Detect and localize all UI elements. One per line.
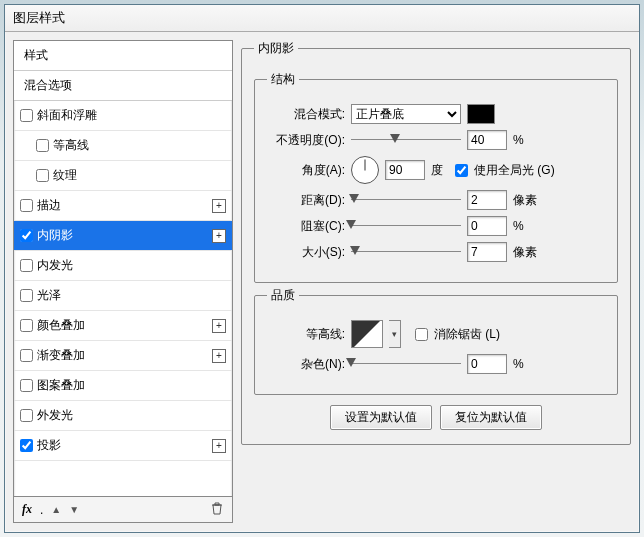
noise-label: 杂色(N): — [267, 356, 345, 373]
size-slider[interactable] — [351, 245, 461, 259]
noise-slider[interactable] — [351, 357, 461, 371]
sidebar-item-satin[interactable]: 光泽 — [14, 281, 232, 311]
angle-unit: 度 — [431, 162, 443, 179]
sidebar-item-color-overlay[interactable]: 颜色叠加 + — [14, 311, 232, 341]
sidebar-item-label: 渐变叠加 — [37, 347, 212, 364]
sidebar-item-label: 内阴影 — [37, 227, 212, 244]
checkbox-pattern-overlay[interactable] — [20, 379, 33, 392]
sidebar-item-label: 投影 — [37, 437, 212, 454]
sidebar-item-label: 等高线 — [53, 137, 226, 154]
checkbox-inner-shadow[interactable] — [20, 229, 33, 242]
global-light-label: 使用全局光 (G) — [474, 162, 555, 179]
arrow-up-icon[interactable]: ▲ — [51, 504, 61, 515]
choke-slider[interactable] — [351, 219, 461, 233]
distance-unit: 像素 — [513, 192, 545, 209]
panel-section: 内阴影 结构 混合模式: 正片叠底 不透明度(O): % — [241, 40, 631, 445]
dialog-content: 样式 混合选项 斜面和浮雕 等高线 纹理 描边 + — [5, 32, 639, 531]
checkbox-gradient-overlay[interactable] — [20, 349, 33, 362]
layer-style-dialog: 图层样式 样式 混合选项 斜面和浮雕 等高线 纹理 — [4, 4, 640, 533]
sidebar-header-styles[interactable]: 样式 — [14, 41, 232, 71]
sidebar-item-gradient-overlay[interactable]: 渐变叠加 + — [14, 341, 232, 371]
angle-label: 角度(A): — [267, 162, 345, 179]
checkbox-bevel[interactable] — [20, 109, 33, 122]
chevron-down-icon[interactable]: ▾ — [389, 320, 401, 348]
shadow-color-swatch[interactable] — [467, 104, 495, 124]
sidebar-item-inner-shadow[interactable]: 内阴影 + — [14, 221, 232, 251]
structure-group: 结构 混合模式: 正片叠底 不透明度(O): % 角度(A): — [254, 71, 618, 283]
blend-mode-label: 混合模式: — [267, 106, 345, 123]
window-title: 图层样式 — [5, 5, 639, 32]
checkbox-inner-glow[interactable] — [20, 259, 33, 272]
plus-icon[interactable]: + — [212, 439, 226, 453]
sidebar-item-label: 颜色叠加 — [37, 317, 212, 334]
fx-icon[interactable]: fx — [22, 502, 32, 517]
style-list: 样式 混合选项 斜面和浮雕 等高线 纹理 描边 + — [14, 41, 232, 496]
sidebar-item-label: 描边 — [37, 197, 212, 214]
arrow-down-icon[interactable]: ▼ — [69, 504, 79, 515]
noise-input[interactable] — [467, 354, 507, 374]
trash-icon[interactable] — [210, 501, 224, 518]
checkbox-contour[interactable] — [36, 139, 49, 152]
set-default-button[interactable]: 设置为默认值 — [330, 405, 432, 430]
size-label: 大小(S): — [267, 244, 345, 261]
settings-panel: 内阴影 结构 混合模式: 正片叠底 不透明度(O): % — [241, 40, 631, 523]
contour-swatch[interactable] — [351, 320, 383, 348]
size-unit: 像素 — [513, 244, 545, 261]
quality-legend: 品质 — [267, 287, 299, 304]
sidebar-item-label: 光泽 — [37, 287, 226, 304]
distance-input[interactable] — [467, 190, 507, 210]
angle-input[interactable] — [385, 160, 425, 180]
opacity-slider[interactable] — [351, 133, 461, 147]
sidebar-item-label: 纹理 — [53, 167, 226, 184]
plus-icon[interactable]: + — [212, 199, 226, 213]
sidebar-item-inner-glow[interactable]: 内发光 — [14, 251, 232, 281]
sidebar-header-blend[interactable]: 混合选项 — [14, 71, 232, 101]
styles-sidebar: 样式 混合选项 斜面和浮雕 等高线 纹理 描边 + — [13, 40, 233, 523]
choke-input[interactable] — [467, 216, 507, 236]
sidebar-item-pattern-overlay[interactable]: 图案叠加 — [14, 371, 232, 401]
sidebar-item-label: 图案叠加 — [37, 377, 226, 394]
reset-default-button[interactable]: 复位为默认值 — [440, 405, 542, 430]
distance-label: 距离(D): — [267, 192, 345, 209]
checkbox-satin[interactable] — [20, 289, 33, 302]
sidebar-item-drop-shadow[interactable]: 投影 + — [14, 431, 232, 461]
choke-unit: % — [513, 219, 545, 233]
checkbox-outer-glow[interactable] — [20, 409, 33, 422]
dot-sep: . — [40, 503, 43, 517]
sidebar-item-stroke[interactable]: 描边 + — [14, 191, 232, 221]
sidebar-item-contour[interactable]: 等高线 — [14, 131, 232, 161]
angle-dial[interactable] — [351, 156, 379, 184]
opacity-unit: % — [513, 133, 545, 147]
opacity-input[interactable] — [467, 130, 507, 150]
global-light-checkbox[interactable] — [455, 164, 468, 177]
checkbox-texture[interactable] — [36, 169, 49, 182]
contour-label: 等高线: — [267, 326, 345, 343]
choke-label: 阻塞(C): — [267, 218, 345, 235]
sidebar-item-outer-glow[interactable]: 外发光 — [14, 401, 232, 431]
panel-title: 内阴影 — [254, 40, 298, 57]
antialias-checkbox[interactable] — [415, 328, 428, 341]
sidebar-footer: fx . ▲ ▼ — [14, 496, 232, 522]
distance-slider[interactable] — [351, 193, 461, 207]
structure-legend: 结构 — [267, 71, 299, 88]
noise-unit: % — [513, 357, 545, 371]
sidebar-item-label: 外发光 — [37, 407, 226, 424]
checkbox-drop-shadow[interactable] — [20, 439, 33, 452]
sidebar-item-label: 内发光 — [37, 257, 226, 274]
checkbox-color-overlay[interactable] — [20, 319, 33, 332]
plus-icon[interactable]: + — [212, 229, 226, 243]
default-buttons: 设置为默认值 复位为默认值 — [254, 405, 618, 430]
sidebar-item-texture[interactable]: 纹理 — [14, 161, 232, 191]
blend-mode-select[interactable]: 正片叠底 — [351, 104, 461, 124]
plus-icon[interactable]: + — [212, 319, 226, 333]
size-input[interactable] — [467, 242, 507, 262]
sidebar-item-label: 斜面和浮雕 — [37, 107, 226, 124]
sidebar-item-bevel[interactable]: 斜面和浮雕 — [14, 101, 232, 131]
opacity-label: 不透明度(O): — [267, 132, 345, 149]
antialias-label: 消除锯齿 (L) — [434, 326, 500, 343]
checkbox-stroke[interactable] — [20, 199, 33, 212]
quality-group: 品质 等高线: ▾ 消除锯齿 (L) 杂色(N): % — [254, 287, 618, 395]
plus-icon[interactable]: + — [212, 349, 226, 363]
